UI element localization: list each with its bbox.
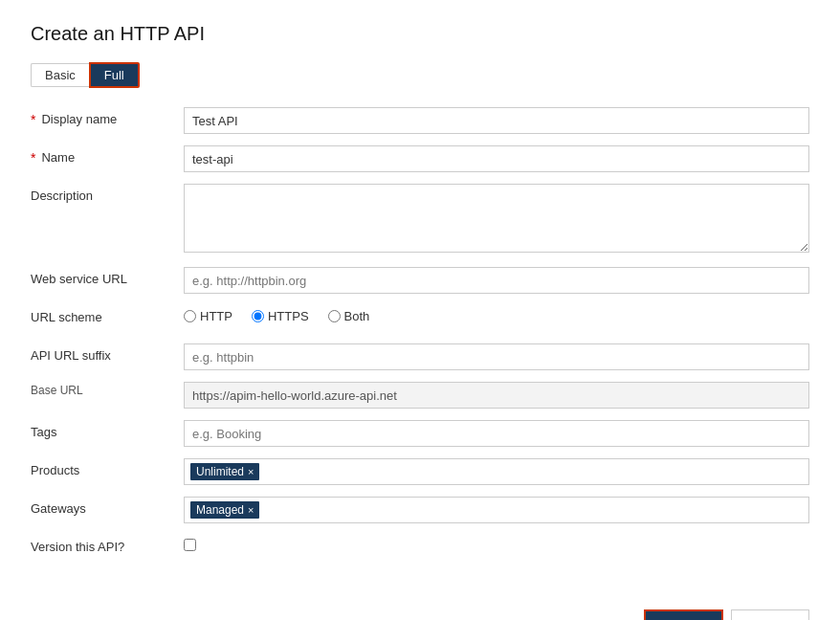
base-url-field xyxy=(184,382,809,409)
required-star-name: * xyxy=(31,150,35,166)
radio-both[interactable]: Both xyxy=(328,309,370,323)
footer-buttons: Create Cancel xyxy=(31,600,809,620)
gateways-tag-managed-close[interactable]: × xyxy=(248,505,254,516)
radio-http[interactable]: HTTP xyxy=(184,309,232,323)
display-name-label: * Display name xyxy=(31,107,184,127)
api-url-suffix-label: API URL suffix xyxy=(31,343,184,363)
url-scheme-row: URL scheme HTTP HTTPS Both xyxy=(31,305,809,332)
radio-both-label: Both xyxy=(344,309,370,323)
products-tag-unlimited-close[interactable]: × xyxy=(248,467,254,477)
tags-label: Tags xyxy=(31,420,184,439)
url-scheme-label: URL scheme xyxy=(31,305,184,324)
name-label: * Name xyxy=(31,145,184,166)
radio-https-label: HTTPS xyxy=(268,309,309,323)
web-service-url-field xyxy=(184,267,809,294)
name-row: * Name xyxy=(31,145,809,172)
base-url-spacer: Base URL xyxy=(31,382,184,397)
page-title: Create an HTTP API xyxy=(31,23,809,45)
display-name-input[interactable] xyxy=(184,107,809,134)
radio-https-input[interactable] xyxy=(252,310,264,322)
web-service-url-label: Web service URL xyxy=(31,267,184,286)
products-tag-unlimited: Unlimited × xyxy=(190,463,259,480)
base-url-label: Base URL xyxy=(31,382,184,397)
cancel-button[interactable]: Cancel xyxy=(731,609,809,620)
products-tag-container[interactable]: Unlimited × xyxy=(184,458,809,485)
gateways-tag-managed: Managed × xyxy=(190,501,259,519)
description-field xyxy=(184,184,809,255)
required-star-display-name: * xyxy=(31,112,35,127)
tags-input[interactable] xyxy=(184,420,809,447)
gateways-tag-container[interactable]: Managed × xyxy=(184,497,809,523)
api-url-suffix-row: API URL suffix xyxy=(31,343,809,370)
version-label: Version this API? xyxy=(31,535,184,554)
display-name-row: * Display name xyxy=(31,107,809,134)
tags-row: Tags xyxy=(31,420,809,447)
form: * Display name * Name Description Web se… xyxy=(31,107,809,573)
version-field xyxy=(184,535,809,551)
gateways-field: Managed × xyxy=(184,497,809,523)
version-checkbox[interactable] xyxy=(184,539,196,551)
radio-http-label: HTTP xyxy=(200,309,232,323)
tags-field xyxy=(184,420,809,447)
name-field xyxy=(184,145,809,172)
create-button[interactable]: Create xyxy=(644,609,723,620)
products-row: Products Unlimited × xyxy=(31,458,809,485)
gateways-label: Gateways xyxy=(31,497,184,516)
base-url-input xyxy=(184,382,809,409)
products-field: Unlimited × xyxy=(184,458,809,485)
api-url-suffix-input[interactable] xyxy=(184,343,809,370)
api-url-suffix-field xyxy=(184,343,809,370)
description-textarea[interactable] xyxy=(184,184,809,253)
radio-http-input[interactable] xyxy=(184,310,196,322)
version-row: Version this API? xyxy=(31,535,809,562)
products-tag-unlimited-label: Unlimited xyxy=(196,465,244,478)
base-url-row: Base URL xyxy=(31,382,809,409)
web-service-url-row: Web service URL xyxy=(31,267,809,294)
description-row: Description xyxy=(31,184,809,255)
web-service-url-input[interactable] xyxy=(184,267,809,294)
tabs-container: Basic Full xyxy=(31,62,809,88)
display-name-field xyxy=(184,107,809,134)
description-label: Description xyxy=(31,184,184,203)
products-label: Products xyxy=(31,458,184,477)
radio-https[interactable]: HTTPS xyxy=(252,309,309,323)
radio-both-input[interactable] xyxy=(328,310,341,322)
tab-basic[interactable]: Basic xyxy=(31,63,89,87)
gateways-row: Gateways Managed × xyxy=(31,497,809,523)
gateways-tag-managed-label: Managed xyxy=(196,503,244,517)
name-input[interactable] xyxy=(184,145,809,172)
tab-full[interactable]: Full xyxy=(89,62,140,88)
url-scheme-field: HTTP HTTPS Both xyxy=(184,305,809,323)
